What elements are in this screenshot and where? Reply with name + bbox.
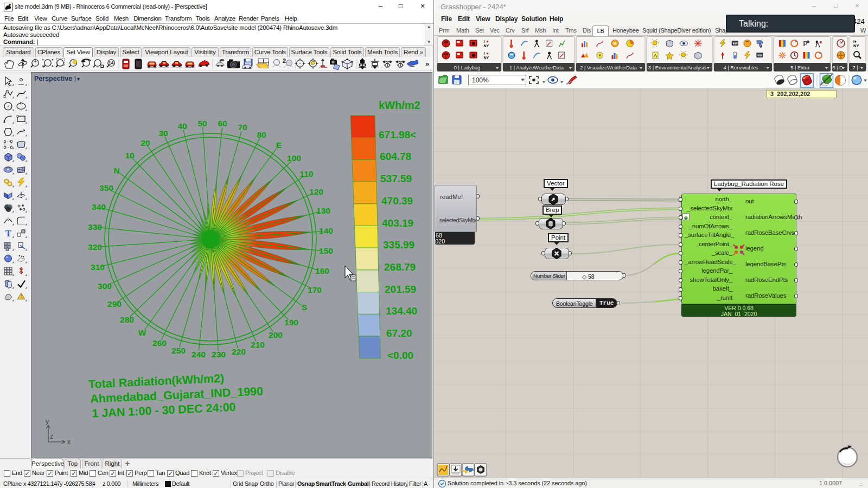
svg-text:604.78: 604.78: [380, 151, 411, 162]
svg-text:330: 330: [88, 222, 102, 232]
svg-text:1 | AnalyzeWeatherData: 1 | AnalyzeWeatherData: [509, 65, 564, 70]
svg-text:7 |: 7 |: [852, 65, 858, 70]
svg-text:350: 350: [99, 183, 113, 192]
svg-text:2: 2: [283, 57, 286, 64]
svg-text:NY: NY: [484, 56, 489, 60]
svg-text:403.19: 403.19: [382, 217, 413, 229]
svg-text:0 | Ladybug: 0 | Ladybug: [454, 65, 480, 70]
svg-text:y: y: [46, 418, 49, 425]
svg-text:340: 340: [92, 202, 106, 211]
svg-text:230: 230: [212, 350, 226, 359]
svg-text:320: 320: [88, 242, 102, 252]
svg-text:300: 300: [98, 281, 112, 291]
svg-text:<0.00: <0.00: [387, 350, 413, 361]
svg-text:470.39: 470.39: [381, 195, 413, 207]
svg-text:10: 10: [125, 151, 134, 160]
svg-text:280: 280: [120, 315, 134, 324]
svg-text:201.59: 201.59: [385, 284, 416, 295]
svg-text:268.79: 268.79: [384, 261, 416, 273]
svg-text:240: 240: [192, 350, 206, 359]
svg-text:I: I: [484, 40, 485, 43]
svg-text:190: 190: [284, 318, 298, 327]
svg-text:70: 70: [238, 123, 247, 132]
svg-text:60: 60: [218, 119, 227, 128]
svg-text:200: 200: [269, 330, 283, 339]
svg-text:4 | Renewables: 4 | Renewables: [724, 65, 758, 70]
svg-text:N: N: [113, 166, 119, 175]
svg-text:S: S: [302, 303, 307, 312]
svg-text:NY: NY: [484, 44, 489, 48]
svg-text:E: E: [276, 140, 282, 150]
svg-text:210: 210: [251, 340, 265, 349]
svg-text:30: 30: [158, 129, 168, 138]
svg-text:kWh/m2: kWh/m2: [379, 99, 420, 111]
svg-text:kW: kW: [757, 54, 762, 57]
svg-text:537.59: 537.59: [380, 173, 412, 184]
svg-text:kW: kW: [733, 42, 738, 45]
svg-text:310: 310: [91, 262, 105, 272]
svg-text:z: z: [50, 433, 53, 440]
svg-text:290: 290: [107, 299, 122, 309]
svg-text:20: 20: [141, 138, 150, 147]
svg-text:♥: ♥: [487, 52, 489, 55]
svg-text:40: 40: [177, 121, 187, 131]
svg-text:5 | Extra: 5 | Extra: [790, 65, 809, 70]
svg-text:I: I: [484, 52, 485, 55]
svg-text:♥: ♥: [487, 40, 489, 43]
svg-text:220: 220: [232, 347, 246, 356]
svg-text:T: T: [5, 229, 11, 238]
svg-text:100: 100: [287, 153, 301, 163]
svg-text:150: 150: [319, 246, 333, 255]
svg-text:110: 110: [299, 169, 313, 178]
svg-text:2 | VisualizeWeatherData: 2 | VisualizeWeatherData: [580, 65, 637, 70]
svg-text:14: 14: [108, 60, 114, 66]
svg-text:671.98<: 671.98<: [379, 129, 416, 140]
svg-text:120: 120: [309, 187, 323, 196]
svg-text:50: 50: [197, 119, 207, 128]
svg-text:»: »: [425, 60, 429, 68]
svg-text:130: 130: [316, 206, 330, 215]
svg-text:W: W: [138, 328, 146, 337]
svg-text:67.20: 67.20: [386, 328, 412, 339]
svg-text:80: 80: [257, 130, 266, 139]
svg-text:160: 160: [315, 266, 329, 275]
svg-text:3 | EnvironmentalAnalysis: 3 | EnvironmentalAnalysis: [648, 65, 706, 70]
svg-text:260: 260: [152, 338, 167, 348]
svg-text:170: 170: [308, 285, 322, 294]
svg-text:335.99: 335.99: [383, 239, 414, 251]
svg-text:134.40: 134.40: [386, 305, 417, 317]
svg-text:6 | D: 6 | D: [832, 65, 843, 70]
svg-text:NY: NY: [853, 43, 859, 48]
svg-text:100%: 100%: [472, 76, 489, 84]
svg-text:250: 250: [171, 346, 186, 355]
svg-text:140: 140: [319, 226, 333, 235]
svg-text:x: x: [67, 438, 71, 446]
